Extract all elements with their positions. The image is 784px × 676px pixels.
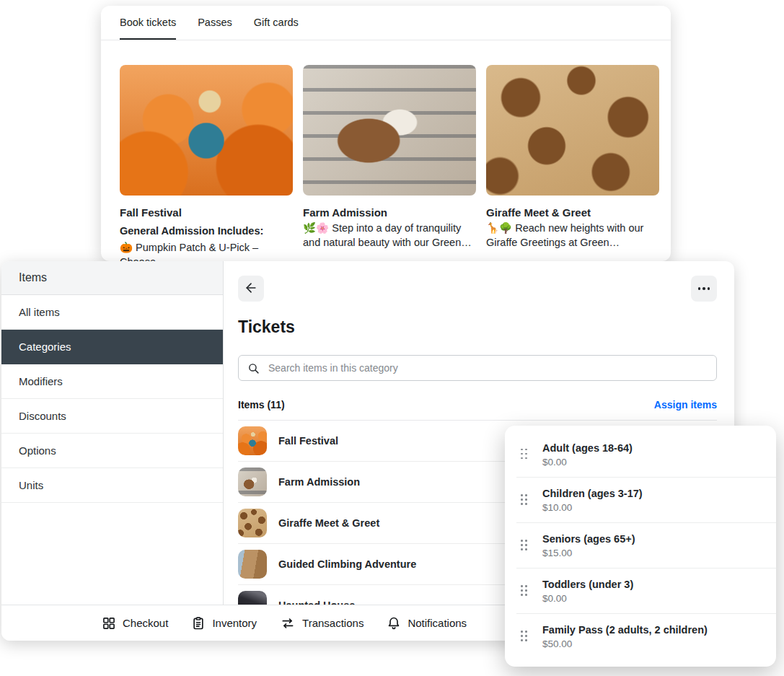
item-name: Farm Admission (278, 476, 360, 488)
inventory-clipboard-icon (191, 616, 206, 631)
item-thumbnail (238, 509, 267, 537)
variant-row-children[interactable]: Children (ages 3-17) $10.00 (516, 477, 776, 522)
variant-name: Toddlers (under 3) (542, 578, 633, 591)
sidebar-item-modifiers[interactable]: Modifiers (1, 364, 223, 399)
sidebar-item-all-items[interactable]: All items (1, 295, 223, 330)
giraffe-photo (486, 65, 659, 196)
card-fall-festival[interactable]: Fall Festival General Admission Includes… (120, 65, 293, 261)
transactions-arrows-icon (280, 616, 296, 631)
arrow-left-icon (244, 281, 258, 297)
search-input[interactable] (267, 361, 708, 374)
nav-transactions[interactable]: Transactions (280, 616, 364, 631)
tab-book-tickets[interactable]: Book tickets (120, 6, 176, 40)
item-name: Fall Festival (278, 435, 338, 447)
sidebar-item-options[interactable]: Options (1, 434, 223, 468)
card-title: Giraffe Meet & Greet (486, 206, 659, 219)
nav-checkout[interactable]: Checkout (102, 616, 168, 631)
tab-gift-cards[interactable]: Gift cards (254, 6, 299, 40)
farm-admission-photo (303, 65, 476, 196)
nav-label: Checkout (123, 617, 168, 629)
drag-handle-icon[interactable] (521, 584, 529, 597)
notifications-bell-icon (387, 616, 401, 631)
card-giraffe-meet-greet[interactable]: Giraffe Meet & Greet 🦒🌳 Reach new height… (486, 65, 659, 261)
drag-handle-icon[interactable] (521, 448, 529, 461)
drag-handle-icon[interactable] (521, 630, 529, 643)
checkout-grid-icon (102, 616, 116, 631)
variant-row-adult[interactable]: Adult (ages 18-64) $0.00 (505, 431, 776, 477)
item-thumbnail (238, 468, 267, 496)
variant-name: Children (ages 3-17) (542, 487, 643, 500)
card-desc-bold: General Admission Includes: (120, 224, 293, 238)
card-desc: 🎃 Pumpkin Patch & U-Pick – Choose… (120, 240, 293, 261)
variant-price: $15.00 (542, 548, 635, 558)
variant-name: Family Pass (2 adults, 2 children) (542, 623, 708, 636)
sidebar-title: Items (1, 261, 223, 295)
nav-label: Transactions (302, 617, 364, 629)
card-title: Fall Festival (120, 206, 293, 219)
fall-festival-photo (120, 65, 293, 196)
drag-handle-icon[interactable] (521, 493, 529, 506)
back-button[interactable] (238, 276, 264, 302)
booking-tabs-bar: Book tickets Passes Gift cards (101, 6, 671, 40)
variant-row-seniors[interactable]: Seniors (ages 65+) $15.00 (516, 522, 776, 568)
tab-passes[interactable]: Passes (198, 6, 232, 40)
item-name: Guided Climbing Adventure (278, 558, 416, 570)
product-cards: Fall Festival General Admission Includes… (101, 40, 671, 261)
booking-window: Book tickets Passes Gift cards Fall Fest… (101, 6, 671, 261)
nav-inventory[interactable]: Inventory (191, 616, 257, 631)
variant-price: $50.00 (542, 638, 708, 649)
card-farm-admission[interactable]: Farm Admission 🌿🌸 Step into a day of tra… (303, 65, 476, 261)
card-title: Farm Admission (303, 206, 476, 219)
variant-price: $10.00 (542, 502, 643, 513)
card-desc: 🌿🌸 Step into a day of tranquility and na… (303, 221, 476, 250)
more-options-button[interactable] (691, 276, 717, 302)
items-count-label: Items (11) (238, 399, 285, 411)
assign-items-link[interactable]: Assign items (654, 399, 717, 411)
item-name: Giraffe Meet & Greet (278, 517, 379, 529)
variant-row-toddlers[interactable]: Toddlers (under 3) $0.00 (516, 568, 776, 613)
variant-row-family-pass[interactable]: Family Pass (2 adults, 2 children) $50.0… (516, 613, 776, 659)
item-thumbnail (238, 426, 267, 455)
sidebar-item-categories[interactable]: Categories (1, 330, 223, 364)
item-thumbnail (238, 550, 267, 579)
ticket-variants-panel: Adult (ages 18-64) $0.00 Children (ages … (505, 426, 776, 667)
sidebar-item-units[interactable]: Units (1, 468, 223, 503)
nav-label: Notifications (408, 617, 467, 629)
items-sidebar: Items All items Categories Modifiers Dis… (1, 261, 224, 641)
card-desc: 🦒🌳 Reach new heights with our Giraffe Gr… (486, 221, 659, 250)
sidebar-item-discounts[interactable]: Discounts (1, 399, 223, 434)
search-icon (247, 362, 260, 374)
variant-price: $0.00 (542, 593, 633, 604)
nav-label: Inventory (212, 617, 257, 629)
variant-price: $0.00 (542, 457, 633, 468)
nav-notifications[interactable]: Notifications (387, 616, 467, 631)
search-box[interactable] (238, 355, 717, 381)
drag-handle-icon[interactable] (521, 539, 529, 552)
variant-name: Adult (ages 18-64) (542, 442, 633, 455)
variant-name: Seniors (ages 65+) (542, 532, 635, 545)
ellipsis-icon (698, 287, 710, 290)
category-title: Tickets (238, 317, 717, 337)
